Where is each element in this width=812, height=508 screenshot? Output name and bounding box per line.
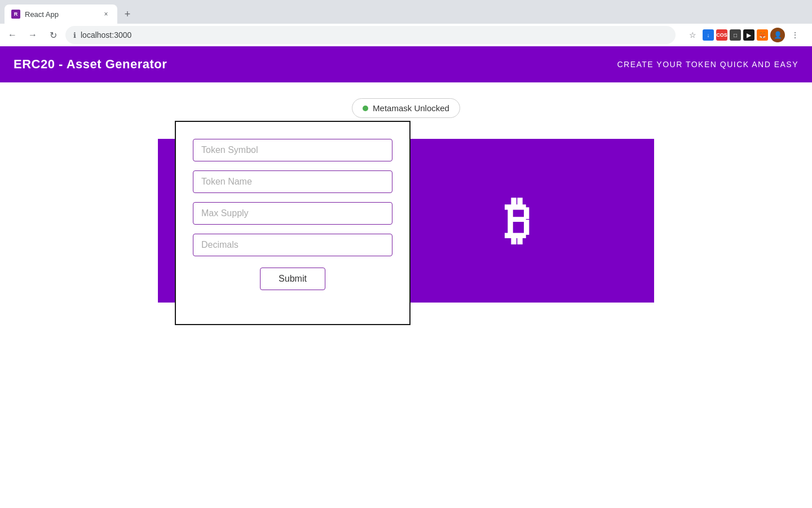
browser-tab[interactable]: R React App × [5, 5, 117, 24]
bitcoin-icon: ₿ [505, 195, 530, 246]
bookmark-icon[interactable]: ☆ [685, 27, 700, 43]
top-nav: ERC20 - Asset Generator CREATE YOUR TOKE… [0, 46, 812, 82]
address-bar: ← → ↻ ℹ localhost:3000 ☆ ↓ COS □ ▶ 🦊 👤 ⋮ [0, 24, 812, 46]
extension-icon-2[interactable]: COS [716, 29, 727, 41]
url-text: localhost:3000 [81, 30, 131, 40]
profile-avatar[interactable]: 👤 [770, 28, 785, 42]
metamask-status-badge: Metamask Unlocked [352, 98, 460, 118]
tab-favicon: R [11, 10, 20, 19]
reload-button[interactable]: ↻ [45, 27, 61, 43]
submit-button[interactable]: Submit [260, 268, 325, 290]
browser-actions: ☆ ↓ COS □ ▶ 🦊 👤 ⋮ [680, 27, 807, 43]
decimals-input[interactable] [193, 234, 392, 256]
tab-bar: R React App × + [0, 0, 812, 24]
back-button[interactable]: ← [5, 27, 20, 43]
tab-close-button[interactable]: × [102, 10, 111, 19]
app-wrapper: ERC20 - Asset Generator CREATE YOUR TOKE… [0, 46, 812, 508]
forward-button[interactable]: → [25, 27, 41, 43]
app-title: ERC20 - Asset Generator [14, 57, 167, 72]
metamask-status-label: Metamask Unlocked [373, 103, 449, 113]
extension-icon-1[interactable]: ↓ [703, 29, 714, 41]
app-tagline: CREATE YOUR TOKEN QUICK AND EASY [617, 60, 798, 69]
extension-icon-3[interactable]: □ [730, 29, 741, 41]
menu-button[interactable]: ⋮ [787, 27, 803, 43]
token-symbol-input[interactable] [193, 139, 392, 161]
max-supply-input[interactable] [193, 202, 392, 225]
url-bar[interactable]: ℹ localhost:3000 [65, 26, 676, 44]
tab-title: React App [25, 10, 97, 19]
token-name-input[interactable] [193, 170, 392, 193]
status-dot-icon [363, 106, 368, 111]
browser-chrome: R React App × + ← → ↻ ℹ localhost:3000 ☆… [0, 0, 812, 46]
info-icon: ℹ [73, 31, 76, 40]
main-content: Metamask Unlocked ₿ Submit [0, 82, 812, 508]
extension-icon-4[interactable]: ▶ [743, 29, 754, 41]
token-form-card: Submit [175, 121, 411, 325]
new-tab-button[interactable]: + [120, 6, 135, 22]
extension-icon-5[interactable]: 🦊 [757, 29, 768, 41]
